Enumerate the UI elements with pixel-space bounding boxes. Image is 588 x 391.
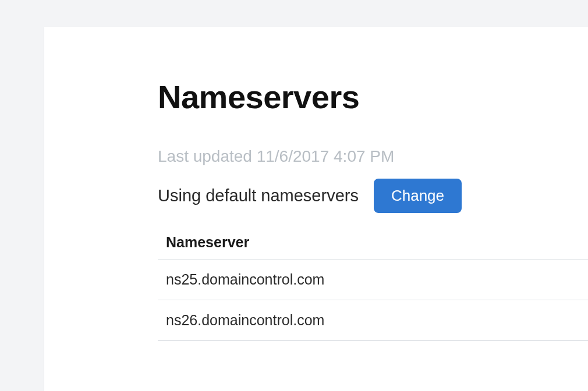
status-text: Using default nameservers <box>158 186 359 205</box>
change-button[interactable]: Change <box>374 179 462 213</box>
last-updated-text: Last updated 11/6/2017 4:07 PM <box>158 147 588 166</box>
nameservers-card: Nameservers Last updated 11/6/2017 4:07 … <box>44 27 588 391</box>
table-row: ns25.domaincontrol.com <box>158 260 588 300</box>
status-row: Using default nameservers Change <box>158 179 588 213</box>
table-row: ns26.domaincontrol.com <box>158 300 588 341</box>
table-header: Nameserver <box>158 227 588 260</box>
page-title: Nameservers <box>158 78 588 116</box>
